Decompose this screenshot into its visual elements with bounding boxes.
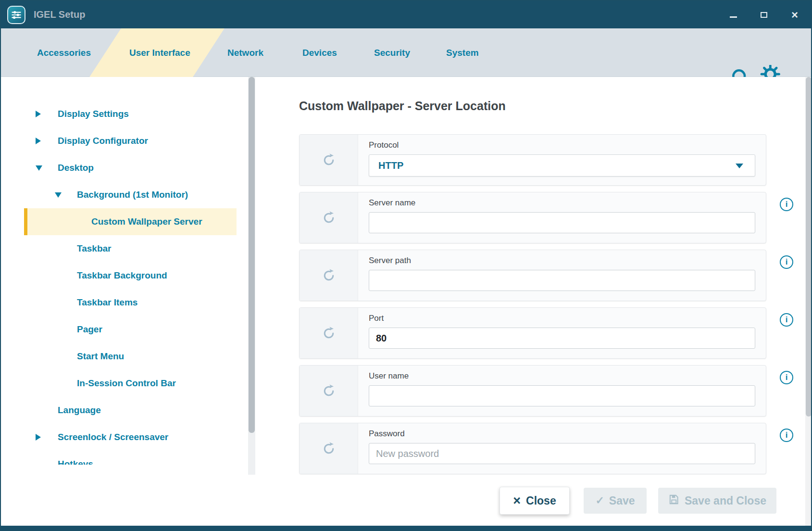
sidebar-item-label: Taskbar Items — [77, 297, 137, 308]
sidebar-item-language[interactable]: Language — [1, 397, 248, 424]
field-row-port: Port i — [299, 307, 799, 359]
window-bottom-edge — [1, 526, 811, 530]
expand-arrow-icon[interactable] — [36, 165, 58, 171]
form-rows: Protocol HTTP — [299, 134, 799, 474]
sidebar-item-label: Background (1st Monitor) — [77, 190, 188, 200]
sidebar-item-label: In-Session Control Bar — [77, 378, 176, 389]
tab-system[interactable]: System — [446, 28, 479, 77]
server-path-input[interactable] — [369, 270, 755, 291]
field-card: Protocol HTTP — [299, 134, 766, 186]
close-window-button[interactable]: × — [789, 9, 800, 21]
sidebar-item-taskbar-background[interactable]: Taskbar Background — [1, 262, 248, 289]
save-button-label: Save — [609, 494, 635, 507]
field-label: User name — [369, 371, 755, 381]
port-input[interactable] — [369, 328, 755, 349]
collapse-arrow-icon[interactable] — [36, 138, 58, 144]
collapse-arrow-icon[interactable] — [36, 434, 58, 441]
tab-network[interactable]: Network — [227, 28, 263, 77]
save-and-close-button-label: Save and Close — [685, 494, 766, 507]
tab-user-interface[interactable]: User Interface — [129, 28, 190, 77]
chevron-down-icon — [736, 164, 743, 168]
main-scrollbar — [805, 77, 812, 526]
reset-icon[interactable] — [300, 135, 358, 185]
reset-icon[interactable] — [300, 423, 358, 474]
sidebar-scrollbar-thumb[interactable] — [249, 77, 255, 433]
sidebar-item-start-menu[interactable]: Start Menu — [1, 343, 248, 370]
sidebar-item-label: Taskbar Background — [77, 270, 167, 281]
info-icon[interactable]: i — [780, 313, 793, 327]
minimize-button[interactable] — [727, 9, 739, 21]
reset-icon[interactable] — [300, 366, 358, 416]
field-card: Password — [299, 423, 766, 474]
window-title: IGEL Setup — [34, 9, 85, 20]
sidebar-item-label: Hotkeys — [58, 459, 93, 465]
info-icon[interactable]: i — [780, 198, 793, 211]
tab-accessories[interactable]: Accessories — [37, 28, 91, 77]
field-card: User name — [299, 365, 766, 417]
field-content: Protocol HTTP — [358, 135, 766, 185]
maximize-icon — [761, 12, 767, 18]
sidebar-item-in-session-control-bar[interactable]: In-Session Control Bar — [1, 370, 248, 397]
field-label: Port — [369, 314, 755, 323]
sidebar-item-desktop[interactable]: Desktop — [1, 154, 248, 181]
save-button[interactable]: ✓ Save — [584, 488, 647, 514]
maximize-button[interactable] — [758, 9, 770, 21]
sidebar-item-label: Taskbar — [77, 243, 111, 254]
field-row-server-path: Server path i — [299, 250, 799, 301]
field-content: Server name — [358, 192, 766, 243]
close-button[interactable]: × Close — [500, 487, 570, 515]
sidebar-item-label: Display Settings — [58, 109, 129, 119]
info-icon[interactable]: i — [780, 371, 793, 384]
tab-bar: Accessories User Interface Network Devic… — [1, 28, 811, 77]
field-label: Password — [369, 429, 755, 439]
sidebar-item-screenlock-screensaver[interactable]: Screenlock / Screensaver — [1, 424, 248, 451]
sidebar-item-label: Screenlock / Screensaver — [58, 432, 168, 442]
server-name-input[interactable] — [369, 212, 755, 233]
save-and-close-button[interactable]: Save and Close — [658, 488, 776, 514]
sidebar-item-hotkeys[interactable]: Hotkeys — [1, 451, 248, 465]
page-title: Custom Wallpaper - Server Location — [299, 99, 506, 113]
field-content: Server path — [358, 250, 766, 301]
titlebar: IGEL Setup × — [1, 1, 811, 28]
sidebar-item-taskbar[interactable]: Taskbar — [1, 235, 248, 262]
password-input[interactable] — [369, 443, 755, 464]
tab-devices[interactable]: Devices — [302, 28, 337, 77]
main-panel: Custom Wallpaper - Server Location Proto… — [256, 77, 805, 475]
sidebar-item-display-configurator[interactable]: Display Configurator — [1, 127, 248, 154]
field-row-user-name: User name i — [299, 365, 799, 417]
expand-arrow-icon[interactable] — [55, 192, 77, 198]
window-controls: × — [727, 1, 800, 28]
sidebar-item-label: Custom Wallpaper Server — [91, 216, 202, 227]
minimize-icon — [730, 16, 737, 18]
sidebar-item-custom-wallpaper-server[interactable]: Custom Wallpaper Server — [24, 208, 237, 235]
sidebar-item-background-1st-monitor[interactable]: Background (1st Monitor) — [1, 181, 248, 208]
sidebar-item-label: Start Menu — [77, 351, 124, 362]
sidebar-item-display-settings[interactable]: Display Settings — [1, 101, 248, 127]
sidebar-item-label: Pager — [77, 324, 102, 335]
field-label: Server name — [369, 198, 755, 208]
floppy-disk-icon — [668, 494, 679, 508]
check-icon: ✓ — [595, 494, 604, 507]
field-card: Server name — [299, 192, 766, 243]
sidebar-item-label: Language — [58, 405, 101, 416]
tab-security[interactable]: Security — [374, 28, 410, 77]
main-scrollbar-thumb[interactable] — [806, 77, 812, 417]
collapse-arrow-icon[interactable] — [36, 111, 58, 117]
sidebar-item-taskbar-items[interactable]: Taskbar Items — [1, 289, 248, 316]
sidebar-item-label: Display Configurator — [58, 136, 148, 146]
reset-icon[interactable] — [300, 250, 358, 301]
field-content: User name — [358, 366, 766, 416]
protocol-select[interactable]: HTTP — [369, 154, 755, 177]
sidebar-tree: Display Settings Display Configurator De… — [1, 77, 248, 465]
reset-icon[interactable] — [300, 192, 358, 243]
sidebar-item-pager[interactable]: Pager — [1, 316, 248, 343]
sidebar-item-label: Desktop — [58, 163, 94, 173]
igel-setup-window: IGEL Setup × Accessories User Interface … — [0, 0, 812, 531]
reset-icon[interactable] — [300, 308, 358, 358]
user-name-input[interactable] — [369, 385, 755, 406]
info-icon[interactable]: i — [780, 429, 793, 442]
field-card: Server path — [299, 250, 766, 301]
close-x-icon: × — [513, 494, 521, 507]
info-icon[interactable]: i — [780, 255, 793, 269]
close-icon: × — [791, 9, 798, 21]
